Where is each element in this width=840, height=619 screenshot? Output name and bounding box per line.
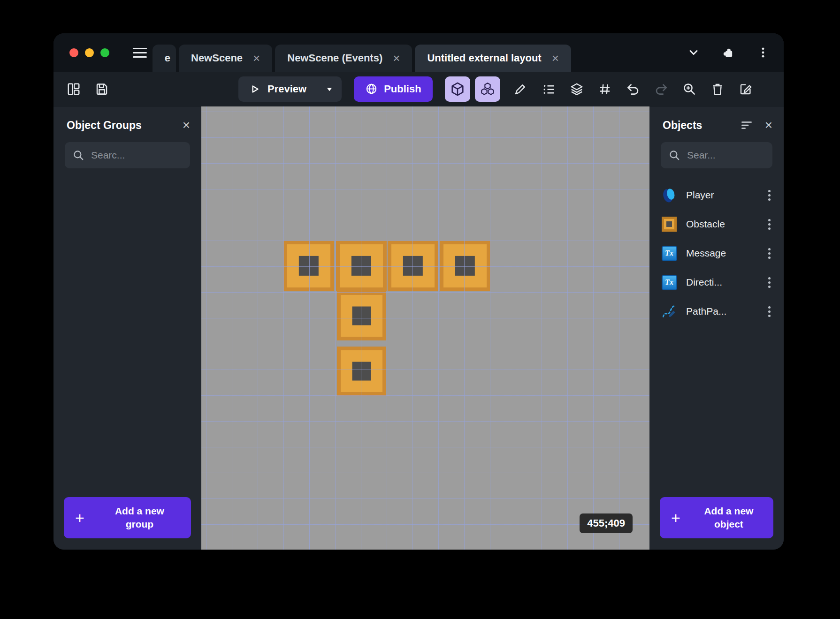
traffic-lights xyxy=(69,48,109,57)
layers-button[interactable] xyxy=(569,81,585,97)
scene-canvas[interactable]: 455;409 xyxy=(201,106,649,550)
instances-view-button[interactable] xyxy=(475,76,500,102)
preview-button-main[interactable]: Preview xyxy=(238,83,317,95)
search-icon xyxy=(668,149,680,161)
close-object-groups-button[interactable]: × xyxy=(183,119,190,132)
grid-button[interactable] xyxy=(597,81,613,97)
text-object-icon: Tx xyxy=(662,275,677,290)
add-object-label-line1: Add a new xyxy=(704,506,753,516)
obstacle-instance-core xyxy=(351,256,371,276)
zoom-button[interactable] xyxy=(681,81,697,97)
tab-label: NewScene xyxy=(191,52,243,64)
object-row-player[interactable]: Player xyxy=(649,181,784,210)
objects-title: Objects xyxy=(663,119,741,132)
add-object-label-line2: object xyxy=(714,519,743,529)
tab-newscene-events[interactable]: NewScene (Events) × xyxy=(275,45,412,72)
tab-untitled-external-layout[interactable]: Untitled external layout × xyxy=(415,45,571,72)
plus-icon: + xyxy=(75,510,84,526)
object-row-directions[interactable]: Tx Directi... xyxy=(649,268,784,297)
obstacle-instance[interactable] xyxy=(388,241,438,291)
extensions-button[interactable] xyxy=(722,46,735,59)
obstacle-instance[interactable] xyxy=(336,241,387,291)
object-row-message[interactable]: Tx Message xyxy=(649,239,784,268)
play-icon xyxy=(249,83,261,95)
tab-newscene[interactable]: NewScene × xyxy=(179,45,272,72)
obstacle-instance[interactable] xyxy=(283,241,334,291)
kebab-icon xyxy=(756,46,770,59)
save-button[interactable] xyxy=(94,81,110,97)
objects-panel: Objects × xyxy=(649,106,784,550)
caret-down-icon xyxy=(325,84,334,94)
tab-partial[interactable]: e xyxy=(153,45,176,72)
obstacle-instance-core xyxy=(352,306,371,325)
obstacle-instance[interactable] xyxy=(440,241,490,291)
search-icon xyxy=(72,149,84,161)
path-object-icon xyxy=(661,303,677,319)
obstacle-instance[interactable] xyxy=(337,291,386,340)
publish-label: Publish xyxy=(384,83,421,95)
chevron-down-icon xyxy=(687,46,700,59)
add-group-label-line2: group xyxy=(126,519,153,529)
open-editors-panel-button[interactable] xyxy=(66,81,82,97)
tab-label: Untitled external layout xyxy=(427,52,541,64)
rename-button[interactable] xyxy=(738,81,754,97)
object-groups-title: Object Groups xyxy=(67,119,183,132)
canvas-grid xyxy=(201,106,649,550)
object-options-icon[interactable] xyxy=(768,281,771,284)
tab-close-icon[interactable]: × xyxy=(552,52,559,64)
view-mode-toggle xyxy=(445,76,500,102)
publish-button[interactable]: Publish xyxy=(354,76,432,102)
object-options-icon[interactable] xyxy=(768,223,771,226)
zoom-window-button[interactable] xyxy=(100,48,109,57)
trash-icon xyxy=(710,82,725,96)
window-options-button[interactable] xyxy=(756,46,770,59)
object-groups-search[interactable] xyxy=(65,142,190,168)
object-groups-panel: Object Groups × + Add a new group xyxy=(53,106,201,550)
object-row-obstacle[interactable]: Obstacle xyxy=(649,210,784,239)
add-new-object-button[interactable]: + Add a new object xyxy=(660,497,773,538)
preview-options-button[interactable] xyxy=(317,84,342,94)
plus-icon: + xyxy=(671,510,680,526)
object-row-pathpaint[interactable]: PathPa... xyxy=(649,297,784,326)
object-options-icon[interactable] xyxy=(768,310,771,313)
tab-close-icon[interactable]: × xyxy=(393,52,400,64)
obstacle-object-icon xyxy=(662,217,677,232)
delete-button[interactable] xyxy=(710,81,725,97)
tab-bar: e NewScene × NewScene (Events) × Untitle… xyxy=(153,33,574,72)
objects-search[interactable] xyxy=(661,142,772,168)
objects-search-input[interactable] xyxy=(686,149,765,161)
layout-icon xyxy=(67,82,81,96)
main-menu-button[interactable] xyxy=(133,48,147,58)
main-area: Object Groups × + Add a new group xyxy=(53,106,784,550)
undo-button[interactable] xyxy=(625,81,641,97)
titlebar-right-actions xyxy=(687,46,784,59)
player-object-icon xyxy=(662,187,677,203)
object-options-icon[interactable] xyxy=(768,252,771,255)
instances-list-button[interactable] xyxy=(541,81,557,97)
minimize-window-button[interactable] xyxy=(85,48,94,57)
obstacle-instance-core xyxy=(299,256,319,276)
object-groups-search-input[interactable] xyxy=(90,149,183,161)
filter-icon[interactable] xyxy=(741,119,753,131)
toolbar: Preview Publish xyxy=(53,72,784,106)
globe-icon xyxy=(365,83,378,95)
grid-icon xyxy=(598,82,612,96)
paint-brush-button[interactable] xyxy=(512,81,528,97)
cubes-icon xyxy=(480,81,496,97)
cube-icon xyxy=(450,81,466,97)
add-new-group-button[interactable]: + Add a new group xyxy=(64,497,191,538)
add-group-label-line1: Add a new xyxy=(115,506,164,516)
preview-button[interactable]: Preview xyxy=(238,76,342,102)
redo-button[interactable] xyxy=(653,81,669,97)
close-window-button[interactable] xyxy=(69,48,78,57)
objects-list: Player Obstacle Tx Mess xyxy=(649,181,784,326)
obstacle-instance[interactable] xyxy=(337,347,386,396)
list-icon xyxy=(542,82,556,96)
tabs-overflow-button[interactable] xyxy=(687,46,700,59)
tab-close-icon[interactable]: × xyxy=(253,52,260,64)
obstacle-instance-core xyxy=(352,362,371,381)
object-options-icon[interactable] xyxy=(768,194,771,196)
close-objects-button[interactable]: × xyxy=(765,119,772,132)
app-window: e NewScene × NewScene (Events) × Untitle… xyxy=(53,33,784,550)
view-3d-button[interactable] xyxy=(445,76,470,102)
